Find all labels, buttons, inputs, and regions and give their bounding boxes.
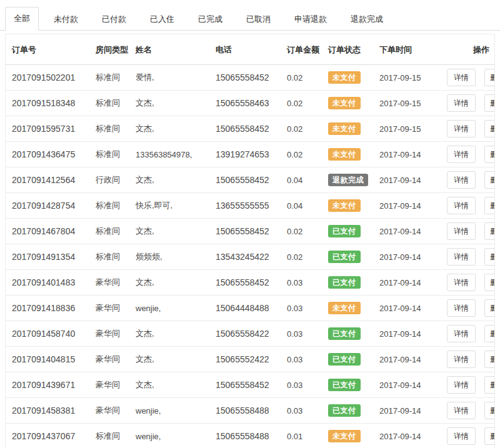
delete-button[interactable]: 删 bbox=[484, 299, 494, 317]
table-row: 2017091595731标准间文杰,150655584520.02未支付201… bbox=[6, 116, 494, 142]
delete-button[interactable]: 删 bbox=[484, 427, 494, 445]
delete-button[interactable]: 删 bbox=[484, 94, 494, 112]
table-row: 2017091418836豪华间wenjie,150644484880.03未支… bbox=[6, 296, 494, 321]
amount-cell: 0.01 bbox=[284, 424, 326, 448]
detail-button[interactable]: 详情 bbox=[447, 274, 476, 291]
status-badge: 未支付 bbox=[328, 199, 361, 212]
name-cell: 文杰, bbox=[133, 321, 213, 347]
room-type-cell: 标准间 bbox=[93, 142, 133, 167]
tab-checked-in[interactable]: 已入住 bbox=[141, 7, 183, 31]
order-no-cell: 2017091502201 bbox=[6, 65, 93, 91]
name-cell: wenjie, bbox=[133, 398, 213, 424]
actions-cell: 详情删 bbox=[444, 424, 494, 448]
date-cell: 2017-09-14 bbox=[377, 270, 444, 296]
actions-cell: 详情删 bbox=[444, 116, 494, 142]
order-no-cell: 2017091401483 bbox=[6, 270, 93, 296]
room-type-cell: 标准间 bbox=[93, 91, 133, 116]
table-header-row: 订单号 房间类型 姓名 电话 订单金额 订单状态 下单时间 操作 bbox=[6, 34, 494, 65]
room-type-cell: 标准间 bbox=[93, 219, 133, 244]
tab-cancelled[interactable]: 已取消 bbox=[238, 7, 279, 31]
name-cell: 文杰, bbox=[133, 347, 213, 372]
date-cell: 2017-09-14 bbox=[377, 372, 444, 398]
detail-button[interactable]: 详情 bbox=[447, 222, 476, 240]
room-type-cell: 豪华间 bbox=[93, 296, 133, 321]
tab-all[interactable]: 全部 bbox=[5, 7, 39, 31]
tab-refund-requested[interactable]: 申请退款 bbox=[286, 7, 336, 31]
detail-button[interactable]: 详情 bbox=[447, 197, 476, 214]
status-cell: 已支付 bbox=[326, 398, 377, 424]
room-type-cell: 标准间 bbox=[93, 193, 133, 219]
order-no-cell: 2017091458740 bbox=[6, 321, 93, 347]
date-cell: 2017-09-14 bbox=[377, 321, 444, 347]
actions-cell: 详情删 bbox=[444, 167, 494, 193]
detail-button[interactable]: 详情 bbox=[447, 69, 476, 86]
name-cell: 烦烦烦, bbox=[133, 244, 213, 270]
phone-cell: 15065558452 bbox=[213, 65, 284, 91]
name-cell: wenjie, bbox=[133, 424, 213, 448]
table-row: 2017091401483豪华间文杰,150655584520.03已支付201… bbox=[6, 270, 494, 296]
phone-cell: 15065558463 bbox=[213, 91, 284, 116]
detail-button[interactable]: 详情 bbox=[447, 299, 476, 317]
name-cell: 爱情, bbox=[133, 65, 213, 91]
delete-button[interactable]: 删 bbox=[484, 222, 494, 240]
detail-button[interactable]: 详情 bbox=[447, 325, 476, 342]
delete-button[interactable]: 删 bbox=[484, 146, 494, 163]
date-cell: 2017-09-14 bbox=[377, 193, 444, 219]
order-no-cell: 2017091436475 bbox=[6, 142, 93, 167]
actions-cell: 详情删 bbox=[444, 142, 494, 167]
delete-button[interactable]: 删 bbox=[484, 402, 494, 419]
date-cell: 2017-09-14 bbox=[377, 244, 444, 270]
column-header-amount: 订单金额 bbox=[284, 34, 326, 65]
detail-button[interactable]: 详情 bbox=[447, 94, 476, 112]
date-cell: 2017-09-14 bbox=[377, 219, 444, 244]
actions-cell: 详情删 bbox=[444, 219, 494, 244]
status-cell: 已支付 bbox=[326, 321, 377, 347]
status-cell: 未支付 bbox=[326, 116, 377, 142]
room-type-cell: 豪华间 bbox=[93, 347, 133, 372]
column-header-room-type: 房间类型 bbox=[93, 34, 133, 65]
detail-button[interactable]: 详情 bbox=[447, 120, 476, 137]
status-badge: 未支付 bbox=[328, 148, 361, 161]
date-cell: 2017-09-14 bbox=[377, 296, 444, 321]
tab-unpaid[interactable]: 未付款 bbox=[45, 7, 87, 31]
status-cell: 已支付 bbox=[326, 244, 377, 270]
detail-button[interactable]: 详情 bbox=[447, 402, 476, 419]
tab-refund-completed[interactable]: 退款完成 bbox=[342, 7, 392, 31]
column-header-phone: 电话 bbox=[213, 34, 284, 65]
amount-cell: 0.02 bbox=[284, 244, 326, 270]
order-no-cell: 2017091428754 bbox=[6, 193, 93, 219]
room-type-cell: 豪华间 bbox=[93, 270, 133, 296]
table-row: 2017091458381豪华间wenjie,150655584880.03已支… bbox=[6, 398, 494, 424]
status-cell: 未支付 bbox=[326, 296, 377, 321]
delete-button[interactable]: 删 bbox=[484, 197, 494, 214]
date-cell: 2017-09-15 bbox=[377, 65, 444, 91]
detail-button[interactable]: 详情 bbox=[447, 171, 476, 189]
delete-button[interactable]: 删 bbox=[484, 376, 494, 394]
detail-button[interactable]: 详情 bbox=[447, 376, 476, 394]
phone-cell: 15065558452 bbox=[213, 372, 284, 398]
amount-cell: 0.03 bbox=[284, 296, 326, 321]
delete-button[interactable]: 删 bbox=[484, 274, 494, 291]
actions-cell: 详情删 bbox=[444, 372, 494, 398]
actions-cell: 详情删 bbox=[444, 347, 494, 372]
phone-cell: 13919274653 bbox=[213, 142, 284, 167]
detail-button[interactable]: 详情 bbox=[447, 248, 476, 266]
orders-table-body: 2017091502201标准间爱情,150655584520.02未支付201… bbox=[6, 65, 494, 448]
actions-cell: 详情删 bbox=[444, 296, 494, 321]
status-cell: 未支付 bbox=[326, 193, 377, 219]
delete-button[interactable]: 删 bbox=[484, 171, 494, 189]
delete-button[interactable]: 删 bbox=[484, 325, 494, 342]
phone-cell: 15064448488 bbox=[213, 296, 284, 321]
delete-button[interactable]: 删 bbox=[484, 248, 494, 266]
delete-button[interactable]: 删 bbox=[484, 351, 494, 368]
tab-completed[interactable]: 已完成 bbox=[189, 7, 231, 31]
delete-button[interactable]: 删 bbox=[484, 69, 494, 86]
tab-paid[interactable]: 已付款 bbox=[93, 7, 135, 31]
name-cell: 文杰, bbox=[133, 91, 213, 116]
table-row: 2017091458740豪华间文杰,150655584220.03已支付201… bbox=[6, 321, 494, 347]
detail-button[interactable]: 详情 bbox=[447, 351, 476, 368]
detail-button[interactable]: 详情 bbox=[447, 427, 476, 445]
delete-button[interactable]: 删 bbox=[484, 120, 494, 137]
status-badge: 未支付 bbox=[328, 71, 361, 84]
detail-button[interactable]: 详情 bbox=[447, 146, 476, 163]
